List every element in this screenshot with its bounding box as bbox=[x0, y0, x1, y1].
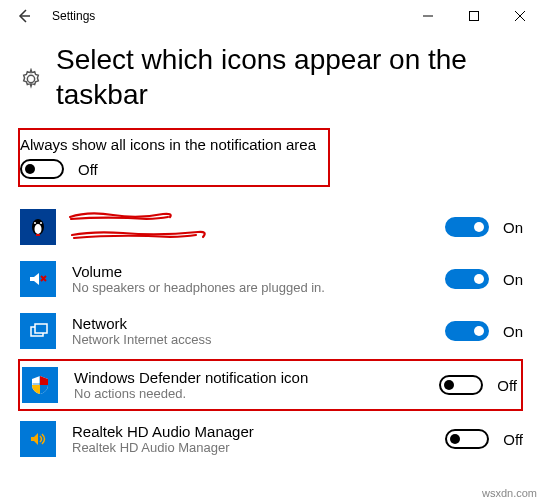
item-toggle[interactable] bbox=[439, 375, 483, 395]
watermark: wsxdn.com bbox=[482, 487, 537, 499]
page-header: Select which icons appear on the taskbar bbox=[20, 42, 523, 112]
penguin-icon bbox=[28, 217, 48, 237]
close-icon bbox=[515, 11, 525, 21]
item-subtitle: Realtek HD Audio Manager bbox=[72, 440, 429, 455]
app-icon bbox=[20, 261, 56, 297]
app-icon bbox=[20, 421, 56, 457]
content-area: Select which icons appear on the taskbar… bbox=[0, 32, 543, 465]
svg-point-3 bbox=[34, 222, 36, 224]
highlight-box-master: Always show all icons in the notificatio… bbox=[18, 128, 330, 187]
item-toggle[interactable] bbox=[445, 321, 489, 341]
network-icon bbox=[27, 320, 49, 342]
item-toggle-state: On bbox=[503, 219, 523, 236]
app-icon bbox=[20, 209, 56, 245]
app-icon bbox=[20, 313, 56, 349]
item-subtitle: No speakers or headphones are plugged in… bbox=[72, 280, 429, 295]
master-toggle-label: Always show all icons in the notificatio… bbox=[20, 136, 324, 153]
master-toggle-state: Off bbox=[78, 161, 98, 178]
svg-rect-0 bbox=[470, 12, 479, 21]
item-toggle[interactable] bbox=[445, 217, 489, 237]
item-subtitle: No actions needed. bbox=[74, 386, 423, 401]
master-toggle[interactable] bbox=[20, 159, 64, 179]
item-title: Volume bbox=[72, 263, 429, 280]
item-toggle-state: On bbox=[503, 323, 523, 340]
minimize-icon bbox=[423, 11, 433, 21]
item-subtitle: Network Internet access bbox=[72, 332, 429, 347]
item-title: Windows Defender notification icon bbox=[74, 369, 423, 386]
maximize-button[interactable] bbox=[451, 0, 497, 32]
volume-mute-icon bbox=[27, 268, 49, 290]
maximize-icon bbox=[469, 11, 479, 21]
titlebar: Settings bbox=[0, 0, 543, 32]
gear-icon bbox=[20, 68, 42, 93]
svg-point-2 bbox=[35, 224, 42, 234]
item-toggle-state: On bbox=[503, 271, 523, 288]
highlight-box-defender: Windows Defender notification icon No ac… bbox=[18, 359, 523, 411]
speaker-icon bbox=[27, 428, 49, 450]
page-title: Select which icons appear on the taskbar bbox=[56, 42, 523, 112]
svg-point-4 bbox=[40, 222, 42, 224]
app-icon bbox=[22, 367, 58, 403]
window-title: Settings bbox=[48, 9, 405, 23]
minimize-button[interactable] bbox=[405, 0, 451, 32]
redaction-scribble bbox=[68, 209, 218, 245]
list-item: Volume No speakers or headphones are plu… bbox=[20, 253, 523, 305]
item-toggle[interactable] bbox=[445, 269, 489, 289]
list-item: Realtek HD Audio Manager Realtek HD Audi… bbox=[20, 413, 523, 465]
list-item: Windows Defender notification icon No ac… bbox=[22, 363, 517, 407]
item-title: Realtek HD Audio Manager bbox=[72, 423, 429, 440]
item-toggle-state: Off bbox=[497, 377, 517, 394]
icon-list: On Volume No speakers or headphones are … bbox=[20, 201, 523, 465]
arrow-left-icon bbox=[16, 8, 32, 24]
svg-rect-5 bbox=[36, 234, 40, 236]
close-button[interactable] bbox=[497, 0, 543, 32]
list-item: Network Network Internet access On bbox=[20, 305, 523, 357]
item-toggle[interactable] bbox=[445, 429, 489, 449]
svg-rect-7 bbox=[35, 324, 47, 333]
shield-icon bbox=[29, 374, 51, 396]
back-button[interactable] bbox=[0, 0, 48, 32]
item-title: Network bbox=[72, 315, 429, 332]
item-toggle-state: Off bbox=[503, 431, 523, 448]
list-item: On bbox=[20, 201, 523, 253]
